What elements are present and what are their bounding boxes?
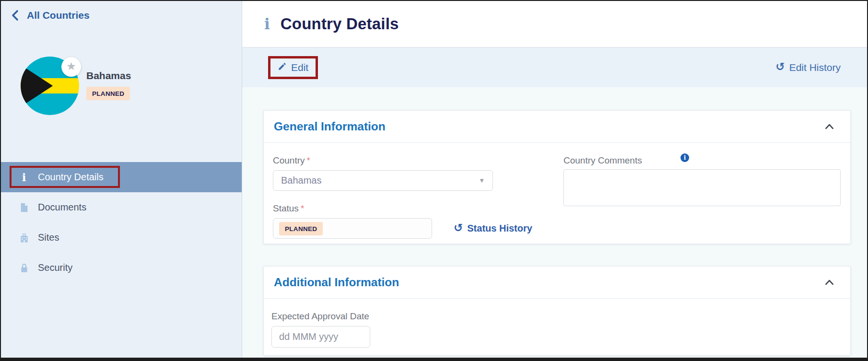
edit-history-label: Edit History <box>789 62 841 73</box>
info-icon: i <box>264 15 270 33</box>
edit-button[interactable]: Edit <box>278 62 308 73</box>
building-icon <box>18 232 30 244</box>
sidebar-nav: i Country Details Documents <box>1 162 242 283</box>
status-field-label: Status* <box>273 203 563 214</box>
lock-icon <box>18 262 30 274</box>
sidebar-item-documents[interactable]: Documents <box>1 192 242 222</box>
additional-information-card: Additional Information Expected Approval… <box>263 266 851 356</box>
chevron-left-icon <box>11 10 20 21</box>
expected-approval-date-label: Expected Approval Date <box>271 311 840 322</box>
toolbar: Edit ↺ Edit History <box>242 47 867 87</box>
info-icon: i <box>18 172 30 183</box>
content-area: General Information Country* Bahamas ▼ <box>242 87 867 358</box>
flag-black-triangle <box>21 63 53 108</box>
required-marker: * <box>307 155 310 165</box>
status-badge: PLANNED <box>86 87 130 100</box>
annotation-box-edit: Edit <box>268 56 318 79</box>
collapse-chevron-icon[interactable] <box>825 123 834 130</box>
expected-approval-date-input[interactable] <box>271 326 370 348</box>
section-title-general-information: General Information <box>274 120 386 133</box>
general-information-card: General Information Country* Bahamas ▼ <box>263 110 851 244</box>
page-header: i Country Details <box>242 1 867 47</box>
back-link-label: All Countries <box>27 10 90 21</box>
country-select[interactable]: Bahamas ▼ <box>273 170 493 191</box>
country-profile: ★ Bahamas PLANNED <box>21 57 79 115</box>
country-field-label: Country* <box>273 155 563 166</box>
sidebar-item-label: Sites <box>38 232 59 243</box>
country-comments-label: Country Comments <box>563 155 642 166</box>
document-icon <box>18 202 30 213</box>
history-icon: ↺ <box>775 61 785 72</box>
country-name: Bahamas <box>86 70 230 82</box>
required-marker: * <box>301 203 304 213</box>
page-title: Country Details <box>281 15 399 33</box>
sidebar-item-label: Security <box>38 262 72 273</box>
info-tooltip-icon[interactable]: i <box>680 153 689 162</box>
sidebar-item-country-details[interactable]: i Country Details <box>1 162 242 192</box>
edit-history-button[interactable]: ↺ Edit History <box>775 62 841 73</box>
sidebar-item-label: Country Details <box>38 172 104 183</box>
edit-button-label: Edit <box>291 62 308 73</box>
collapse-chevron-icon[interactable] <box>825 279 834 286</box>
sidebar-item-sites[interactable]: Sites <box>1 222 242 253</box>
sidebar: All Countries ★ Bahamas PLANNED i Countr… <box>1 1 242 358</box>
pencil-icon <box>278 62 287 73</box>
status-value-badge: PLANNED <box>279 222 323 235</box>
status-field: PLANNED <box>273 218 432 239</box>
sidebar-item-label: Documents <box>38 202 86 213</box>
favorite-star-icon[interactable]: ★ <box>61 57 81 77</box>
main-panel: i Country Details Edit ↺ Edit History <box>242 1 867 358</box>
history-icon: ↺ <box>454 222 463 233</box>
country-comments-textarea[interactable] <box>563 169 841 206</box>
sidebar-item-security[interactable]: Security <box>1 253 242 283</box>
back-to-all-countries-link[interactable]: All Countries <box>1 1 90 21</box>
section-title-additional-information: Additional Information <box>274 276 399 289</box>
status-history-button[interactable]: ↺ Status History <box>454 223 532 234</box>
bahamas-flag-avatar: ★ <box>21 57 79 115</box>
chevron-down-icon: ▼ <box>479 177 485 184</box>
app-window: All Countries ★ Bahamas PLANNED i Countr… <box>0 0 868 361</box>
status-history-label: Status History <box>467 223 532 234</box>
country-select-value: Bahamas <box>281 175 322 186</box>
